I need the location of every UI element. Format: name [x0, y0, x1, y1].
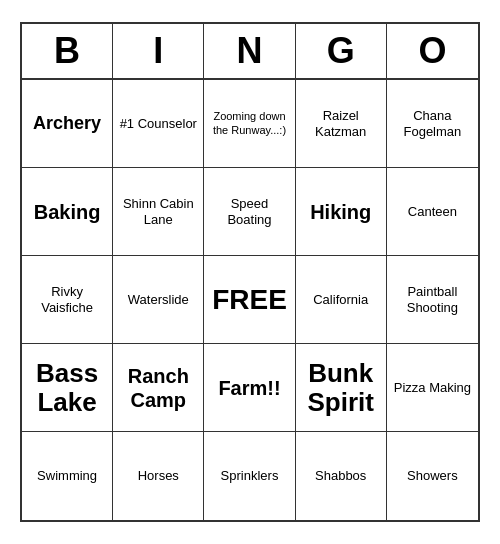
bingo-grid: Archery#1 CounselorZooming down the Runw… [22, 80, 478, 520]
bingo-cell: Speed Boating [204, 168, 295, 256]
bingo-cell: Hiking [296, 168, 387, 256]
bingo-header: BINGO [22, 24, 478, 80]
bingo-cell: Farm!! [204, 344, 295, 432]
bingo-cell: Ranch Camp [113, 344, 204, 432]
bingo-cell: Swimming [22, 432, 113, 520]
bingo-cell: Bass Lake [22, 344, 113, 432]
bingo-cell: Showers [387, 432, 478, 520]
header-letter: O [387, 24, 478, 78]
bingo-cell: #1 Counselor [113, 80, 204, 168]
bingo-cell: Rivky Vaisfiche [22, 256, 113, 344]
bingo-cell: FREE [204, 256, 295, 344]
bingo-card: BINGO Archery#1 CounselorZooming down th… [20, 22, 480, 522]
bingo-cell: Canteen [387, 168, 478, 256]
bingo-cell: Sprinklers [204, 432, 295, 520]
header-letter: G [296, 24, 387, 78]
bingo-cell: Shinn Cabin Lane [113, 168, 204, 256]
bingo-cell: Chana Fogelman [387, 80, 478, 168]
bingo-cell: Baking [22, 168, 113, 256]
bingo-cell: Archery [22, 80, 113, 168]
bingo-cell: Paintball Shooting [387, 256, 478, 344]
bingo-cell: California [296, 256, 387, 344]
header-letter: I [113, 24, 204, 78]
bingo-cell: Bunk Spirit [296, 344, 387, 432]
bingo-cell: Raizel Katzman [296, 80, 387, 168]
header-letter: B [22, 24, 113, 78]
bingo-cell: Waterslide [113, 256, 204, 344]
header-letter: N [204, 24, 295, 78]
bingo-cell: Horses [113, 432, 204, 520]
bingo-cell: Pizza Making [387, 344, 478, 432]
bingo-cell: Shabbos [296, 432, 387, 520]
bingo-cell: Zooming down the Runway...:) [204, 80, 295, 168]
